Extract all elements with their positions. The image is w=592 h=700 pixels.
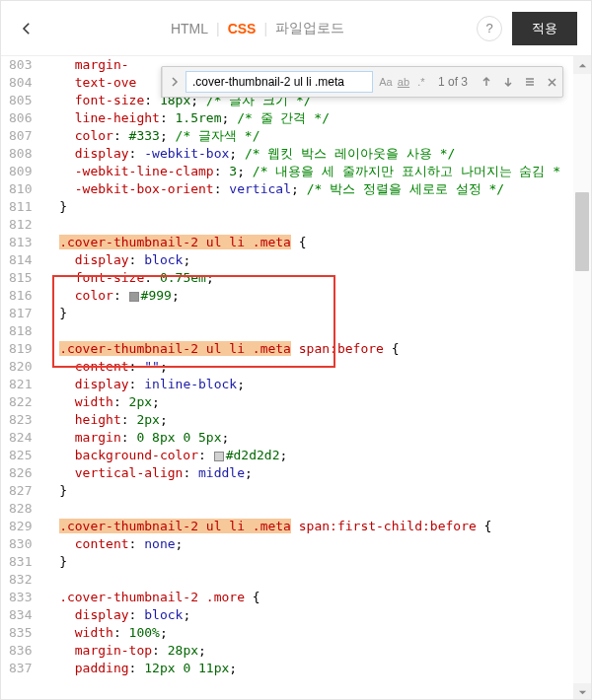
find-prev-button[interactable] [476,71,497,93]
line-number: 816 [9,287,32,305]
code-line[interactable] [43,216,571,234]
code-line[interactable]: -webkit-line-clamp: 3; /* 내용을 세 줄까지만 표시하… [43,163,571,180]
code-line[interactable]: } [43,198,571,216]
code-line[interactable]: font-size: 0.75em; [43,269,571,287]
code-content[interactable]: margin- text-ove font-size: 18px; /* 글자 … [43,56,591,700]
tab-html[interactable]: HTML [171,21,208,36]
line-number: 826 [9,464,32,482]
code-line[interactable]: display: inline-block; [43,376,571,393]
scroll-thumb[interactable] [575,192,589,271]
vertical-scrollbar[interactable] [573,56,591,700]
code-line[interactable]: margin: 0 8px 0 5px; [43,429,571,447]
editor-area: Aa ab .* 1 of 3 803804805806807808809810… [1,56,591,700]
line-number: 807 [9,127,32,145]
find-regex-icon[interactable]: .* [412,73,430,91]
code-line[interactable]: height: 2px; [43,411,571,429]
find-whole-word-icon[interactable]: ab [395,73,412,91]
line-number: 803 [9,56,32,74]
line-number: 829 [9,518,32,535]
code-line[interactable]: } [43,553,571,571]
line-number: 824 [9,429,32,447]
line-number: 833 [9,589,32,606]
find-close-button[interactable] [541,71,562,93]
line-number: 822 [9,393,32,411]
line-number: 808 [9,145,32,163]
scroll-track[interactable] [573,74,591,683]
tab-separator: | [263,21,267,36]
tab-css[interactable]: CSS [228,21,257,36]
help-button[interactable]: ? [477,16,502,41]
code-line[interactable]: .cover-thumbnail-2 ul li .meta { [43,234,571,251]
tab-upload[interactable]: 파일업로드 [275,20,344,37]
line-number: 827 [9,482,32,500]
tab-separator: | [216,21,220,36]
find-match-case-icon[interactable]: Aa [377,73,395,91]
findbar-toggle-icon[interactable] [168,77,182,87]
line-number: 814 [9,251,32,269]
line-number: 836 [9,642,32,660]
code-line[interactable]: .cover-thumbnail-2 ul li .meta span:befo… [43,340,571,358]
code-line[interactable]: width: 2px; [43,393,571,411]
scroll-down-button[interactable] [573,683,591,700]
code-line[interactable]: .cover-thumbnail-2 ul li .meta span:firs… [43,518,571,535]
line-number: 813 [9,234,32,251]
find-bar: Aa ab .* 1 of 3 [161,66,563,98]
line-number: 819 [9,340,32,358]
line-number: 806 [9,109,32,127]
line-number: 815 [9,269,32,287]
code-line[interactable] [43,322,571,340]
line-number: 821 [9,376,32,393]
line-number: 825 [9,447,32,464]
line-number: 823 [9,411,32,429]
line-number: 832 [9,571,32,589]
line-number: 805 [9,92,32,109]
line-number: 835 [9,624,32,642]
line-number: 817 [9,305,32,322]
line-number: 828 [9,500,32,518]
line-number: 831 [9,553,32,571]
code-line[interactable]: } [43,482,571,500]
code-line[interactable]: .cover-thumbnail-2 .more { [43,589,571,606]
code-line[interactable]: display: block; [43,251,571,269]
code-line[interactable] [43,500,571,518]
line-number: 834 [9,606,32,624]
find-input[interactable] [185,71,373,93]
code-line[interactable]: display: -webkit-box; /* 웹킷 박스 레이아웃을 사용 … [43,145,571,163]
line-number: 818 [9,322,32,340]
topbar: HTML | CSS | 파일업로드 ? 적용 [1,1,591,56]
code-line[interactable]: margin-top: 28px; [43,642,571,660]
code-line[interactable]: line-height: 1.5rem; /* 줄 간격 */ [43,109,571,127]
line-number: 820 [9,358,32,376]
find-selection-button[interactable] [519,71,541,93]
code-line[interactable]: content: ""; [43,358,571,376]
editor-tabs: HTML | CSS | 파일업로드 [38,20,477,37]
back-button[interactable] [15,17,38,40]
code-line[interactable]: content: none; [43,535,571,553]
code-line[interactable]: display: block; [43,606,571,624]
line-number: 809 [9,163,32,180]
line-number: 810 [9,180,32,198]
line-number: 837 [9,660,32,677]
code-line[interactable]: -webkit-box-orient: vertical; /* 박스 정렬을 … [43,180,571,198]
code-line[interactable]: padding: 12px 0 11px; [43,660,571,677]
code-line[interactable]: width: 100%; [43,624,571,642]
line-number: 812 [9,216,32,234]
line-number: 811 [9,198,32,216]
line-gutter: 8038048058068078088098108118128138148158… [1,56,43,700]
code-editor[interactable]: 8038048058068078088098108118128138148158… [1,56,591,700]
line-number: 804 [9,74,32,92]
find-result-count: 1 of 3 [438,75,468,89]
apply-button[interactable]: 적용 [512,12,577,45]
code-line[interactable]: } [43,305,571,322]
scroll-up-button[interactable] [573,56,591,74]
code-line[interactable]: background-color: #d2d2d2; [43,447,571,464]
code-line[interactable]: color: #999; [43,287,571,305]
code-line[interactable]: color: #333; /* 글자색 */ [43,127,571,145]
line-number: 830 [9,535,32,553]
code-line[interactable]: vertical-align: middle; [43,464,571,482]
find-next-button[interactable] [497,71,519,93]
code-line[interactable] [43,571,571,589]
